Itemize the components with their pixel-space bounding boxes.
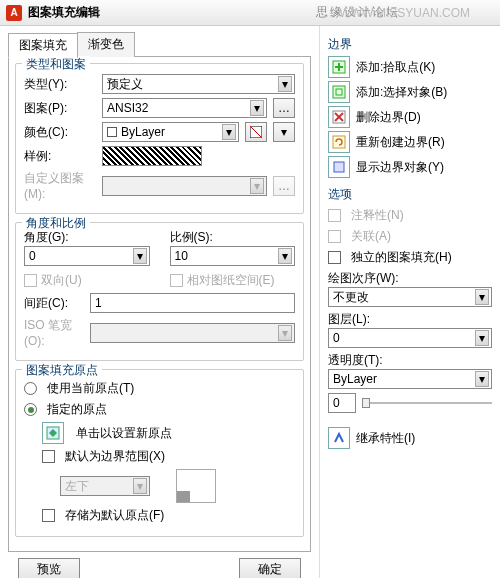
label-custom: 自定义图案(M): [24,170,96,201]
label-add-pick: 添加:拾取点(K) [356,59,492,76]
input-spacing[interactable]: 1 [90,293,295,313]
svg-rect-11 [333,136,345,148]
label-independent: 独立的图案填充(H) [351,249,452,266]
chevron-down-icon: ▾ [278,76,292,92]
tab-hatch[interactable]: 图案填充 [8,33,78,58]
check-store-default[interactable] [42,509,55,522]
ok-label: 确定 [258,562,282,576]
group-type-pattern: 类型和图案 类型(Y): 预定义▾ 图案(P): ANSI32▾ … 颜色(C)… [15,63,304,214]
check-associative [328,230,341,243]
input-transparency-num[interactable]: 0 [328,393,356,413]
combo-custom: ▾ [102,176,267,196]
chevron-down-icon: ▾ [222,124,236,140]
label-relative: 相对图纸空间(E) [187,272,275,289]
color-dropdown-button[interactable]: ▾ [273,122,295,142]
chevron-down-icon: ▾ [133,248,147,264]
add-pick-button[interactable] [328,56,350,78]
combo-layer[interactable]: 0▾ [328,328,492,348]
preview-label: 预览 [37,562,61,576]
recreate-button[interactable] [328,131,350,153]
label-annotative: 注释性(N) [351,207,404,224]
color-bg-button[interactable] [245,122,267,142]
chevron-down-icon: ▾ [278,325,292,341]
group-angle-scale: 角度和比例 角度(G): 0▾ 比例(S): 10▾ 双向(U) 相对图纸空间(… [15,222,304,361]
input-spacing-value: 1 [95,296,102,310]
combo-origin-pos: 左下▾ [60,476,150,496]
radio-specified-origin[interactable] [24,403,37,416]
chevron-down-icon: ▾ [475,289,489,305]
label-inherit: 继承特性(I) [356,430,492,447]
group-title-angle: 角度和比例 [22,215,90,232]
check-default-boundary[interactable] [42,450,55,463]
label-sample: 样例: [24,148,96,165]
group-title-origin: 图案填充原点 [22,362,102,379]
tab-gradient[interactable]: 渐变色 [77,32,135,57]
label-click-set: 单击以设置新原点 [76,425,172,442]
label-current-origin: 使用当前原点(T) [47,380,134,397]
tab-strip: 图案填充 渐变色 [8,32,311,57]
radio-current-origin[interactable] [24,382,37,395]
combo-iso-pen: ▾ [90,323,295,343]
label-add-select: 添加:选择对象(B) [356,84,492,101]
label-associative: 关联(A) [351,228,391,245]
display-boundary-button[interactable] [328,156,350,178]
combo-draw-order-value: 不更改 [333,289,369,306]
svg-rect-12 [334,162,344,172]
titlebar: A 图案填充编辑 思缘设计论坛 WWW.MISSYUAN.COM [0,0,500,26]
remove-boundary-button[interactable] [328,106,350,128]
check-independent[interactable] [328,251,341,264]
header-options: 选项 [328,186,492,203]
sample-swatch[interactable] [102,146,202,166]
combo-transparency[interactable]: ByLayer▾ [328,369,492,389]
preview-button[interactable]: 预览 [18,558,80,578]
label-default-boundary: 默认为边界范围(X) [65,448,165,465]
tab-panel-hatch: 类型和图案 类型(Y): 预定义▾ 图案(P): ANSI32▾ … 颜色(C)… [8,56,311,552]
pattern-browse-button[interactable]: … [273,98,295,118]
combo-angle[interactable]: 0▾ [24,246,150,266]
label-display: 显示边界对象(Y) [356,159,492,176]
combo-scale[interactable]: 10▾ [170,246,296,266]
label-recreate: 重新创建边界(R) [356,134,492,151]
label-color: 颜色(C): [24,124,96,141]
label-iso-pen: ISO 笔宽(O): [24,317,84,348]
inherit-button[interactable] [328,427,350,449]
svg-rect-6 [333,86,345,98]
add-select-button[interactable] [328,81,350,103]
slider-transparency[interactable] [362,395,492,411]
combo-angle-value: 0 [29,249,36,263]
group-title-type: 类型和图案 [22,56,90,73]
combo-color[interactable]: ByLayer▾ [102,122,239,142]
tab-hatch-label: 图案填充 [19,38,67,52]
chevron-down-icon: ▾ [133,478,147,494]
header-boundaries: 边界 [328,36,492,53]
combo-layer-value: 0 [333,331,340,345]
label-remove: 删除边界(D) [356,109,492,126]
ok-button[interactable]: 确定 [239,558,301,578]
label-type: 类型(Y): [24,76,96,93]
check-relative [170,274,183,287]
check-double [24,274,37,287]
chevron-down-icon: ▾ [475,330,489,346]
label-pattern: 图案(P): [24,100,96,117]
combo-type-value: 预定义 [107,76,143,93]
footer: 预览 确定 [8,552,311,578]
check-annotative [328,209,341,222]
chevron-down-icon: ▾ [250,178,264,194]
combo-draw-order[interactable]: 不更改▾ [328,287,492,307]
watermark-url: WWW.MISSYUAN.COM [339,6,470,20]
label-draw-order: 绘图次序(W): [328,270,492,287]
combo-origin-pos-value: 左下 [65,478,89,495]
combo-pattern-value: ANSI32 [107,101,148,115]
chevron-down-icon: ▾ [475,371,489,387]
combo-pattern[interactable]: ANSI32▾ [102,98,267,118]
origin-preview-icon [176,469,216,503]
group-origin: 图案填充原点 使用当前原点(T) 指定的原点 单击以设置新原点 默认为边界范围(… [15,369,304,537]
combo-scale-value: 10 [175,249,188,263]
combo-transparency-value: ByLayer [333,372,377,386]
chevron-down-icon: ▾ [250,100,264,116]
combo-type[interactable]: 预定义▾ [102,74,295,94]
custom-browse-button: … [273,176,295,196]
set-origin-button[interactable] [42,422,64,444]
color-swatch-icon [107,127,117,137]
label-transparency: 透明度(T): [328,352,492,369]
